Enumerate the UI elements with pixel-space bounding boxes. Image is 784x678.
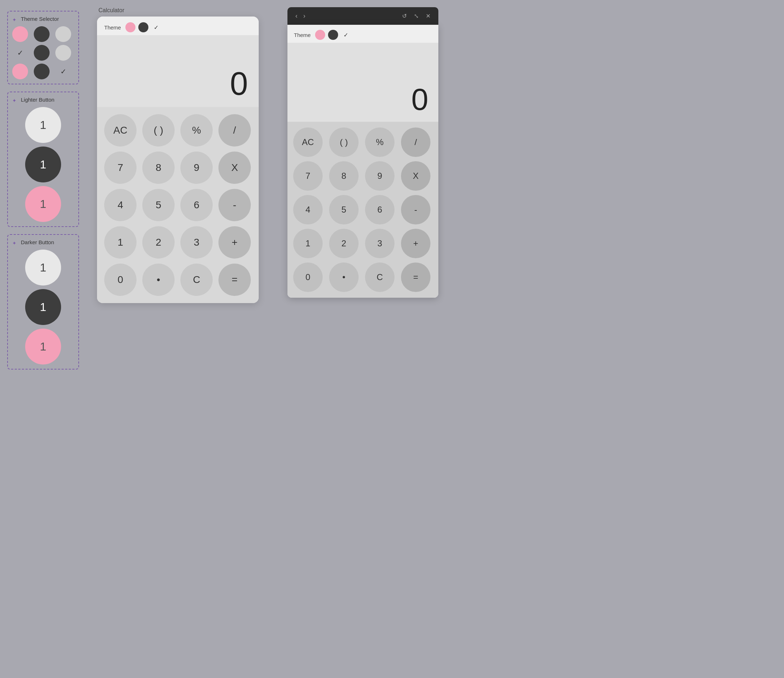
calc-btn-0[interactable]: 0 — [104, 264, 137, 296]
darker-sample-light[interactable]: 1 — [25, 250, 61, 286]
window-expand-button[interactable]: ⤡ — [412, 12, 421, 20]
calc-buttons-area: AC ( ) % / 7 8 9 X 4 5 6 - 1 2 3 + 0 • C… — [97, 107, 259, 303]
calc-btn-percent[interactable]: % — [180, 114, 213, 146]
theme-circle-dark-1[interactable] — [34, 26, 50, 42]
window-close-button[interactable]: ✕ — [424, 12, 433, 20]
calc-btn-multiply[interactable]: X — [218, 152, 251, 184]
calc-theme-dark[interactable] — [138, 22, 148, 32]
calc-theme-pink[interactable] — [125, 22, 136, 32]
right-calc-theme-label: Theme — [294, 32, 311, 38]
right-calc-btn-equals[interactable]: = — [401, 263, 430, 292]
calc-btn-5[interactable]: 5 — [142, 189, 175, 221]
right-calc-btn-percent[interactable]: % — [365, 128, 394, 157]
theme-circle-pink-1[interactable] — [12, 26, 28, 42]
lighter-sample-dark[interactable]: 1 — [25, 146, 61, 182]
lighter-button-label: Lighter Button — [21, 96, 54, 103]
sparkle-icon-darker — [12, 240, 17, 245]
theme-circle-check-2[interactable]: ✓ — [55, 64, 71, 79]
calc-btn-6[interactable]: 6 — [180, 189, 213, 221]
lighter-sample-light[interactable]: 1 — [25, 107, 61, 143]
right-calc-btn-parens[interactable]: ( ) — [329, 128, 358, 157]
calc-btn-3[interactable]: 3 — [180, 226, 213, 258]
right-calc-btn-clear[interactable]: C — [365, 263, 394, 292]
darker-sample-pink[interactable]: 1 — [25, 328, 61, 364]
theme-selector-section: Theme Selector ✓ ✓ — [7, 11, 79, 84]
calc-btn-equals[interactable]: = — [218, 264, 251, 296]
right-calc-btn-9[interactable]: 9 — [365, 161, 394, 191]
right-calc-btn-0[interactable]: 0 — [293, 263, 323, 292]
right-calc-display-value: 0 — [411, 84, 428, 115]
right-calc-theme-dark[interactable] — [328, 30, 338, 40]
lighter-button-title: Lighter Button — [12, 96, 74, 103]
calculator-window-label: Calculator — [97, 7, 259, 14]
calc-btn-8[interactable]: 8 — [142, 152, 175, 184]
right-calc-btn-6[interactable]: 6 — [365, 195, 394, 224]
theme-circle-check-1[interactable]: ✓ — [12, 45, 28, 61]
lighter-button-samples: 1 1 1 — [12, 107, 74, 222]
calc-theme-check[interactable]: ✓ — [151, 22, 161, 32]
calc-btn-1[interactable]: 1 — [104, 226, 137, 258]
theme-circle-light-2[interactable] — [55, 45, 71, 61]
calc-display: 0 — [97, 35, 259, 107]
theme-circle-light-1[interactable] — [55, 26, 71, 42]
right-calc-theme-check[interactable]: ✓ — [341, 30, 351, 40]
left-panel: Theme Selector ✓ ✓ Lighter Button 1 1 1 — [7, 7, 79, 370]
check-icon-2: ✓ — [60, 67, 67, 76]
right-calc-btn-ac[interactable]: AC — [293, 128, 323, 157]
theme-circle-dark-2[interactable] — [34, 45, 50, 61]
right-calc-btn-5[interactable]: 5 — [329, 195, 358, 224]
right-calc-btn-4[interactable]: 4 — [293, 195, 323, 224]
right-calc-theme-pink[interactable] — [315, 30, 325, 40]
calc-btn-4[interactable]: 4 — [104, 189, 137, 221]
right-calc-btn-8[interactable]: 8 — [329, 161, 358, 191]
theme-grid: ✓ ✓ — [12, 26, 74, 79]
right-calc-theme-row: Theme ✓ — [287, 25, 438, 43]
darker-button-label: Darker Button — [21, 239, 54, 245]
calc-btn-parens[interactable]: ( ) — [142, 114, 175, 146]
sparkle-icon — [12, 17, 17, 22]
calculator: Theme ✓ 0 AC ( ) % / 7 8 9 X 4 5 6 - 1 2… — [97, 17, 259, 303]
calc-btn-clear[interactable]: C — [180, 264, 213, 296]
calculator-container: Calculator Theme ✓ 0 AC ( ) % / 7 8 9 X … — [97, 7, 259, 303]
darker-sample-dark[interactable]: 1 — [25, 289, 61, 325]
right-window: ‹ › ↺ ⤡ ✕ Theme ✓ 0 AC ( ) % / 7 8 9 X 4 — [287, 7, 438, 298]
calc-display-value: 0 — [230, 67, 248, 100]
right-calc-btn-3[interactable]: 3 — [365, 229, 394, 258]
window-chrome: ‹ › ↺ ⤡ ✕ — [287, 7, 438, 25]
nav-back-button[interactable]: ‹ — [293, 11, 300, 20]
lighter-sample-pink[interactable]: 1 — [25, 186, 61, 222]
check-icon-1: ✓ — [17, 48, 23, 57]
calc-theme-row: Theme ✓ — [97, 17, 259, 35]
calc-btn-divide[interactable]: / — [218, 114, 251, 146]
theme-circle-dark-3[interactable] — [34, 64, 50, 79]
right-calc-btn-add[interactable]: + — [401, 229, 430, 258]
darker-button-samples: 1 1 1 — [12, 250, 74, 364]
theme-selector-title: Theme Selector — [12, 16, 74, 22]
calc-btn-subtract[interactable]: - — [218, 189, 251, 221]
right-calc-btn-7[interactable]: 7 — [293, 161, 323, 191]
window-undo-button[interactable]: ↺ — [400, 12, 409, 20]
right-calc-buttons-area: AC ( ) % / 7 8 9 X 4 5 6 - 1 2 3 + 0 • C… — [287, 122, 438, 298]
darker-button-section: Darker Button 1 1 1 — [7, 234, 79, 370]
lighter-button-section: Lighter Button 1 1 1 — [7, 92, 79, 227]
right-calc-btn-2[interactable]: 2 — [329, 229, 358, 258]
calc-theme-label: Theme — [104, 25, 121, 31]
calc-btn-add[interactable]: + — [218, 226, 251, 258]
right-calc-btn-dot[interactable]: • — [329, 263, 358, 292]
darker-button-title: Darker Button — [12, 239, 74, 245]
calc-btn-2[interactable]: 2 — [142, 226, 175, 258]
theme-circle-pink-2[interactable] — [12, 64, 28, 79]
right-calc-btn-1[interactable]: 1 — [293, 229, 323, 258]
right-calc-btn-subtract[interactable]: - — [401, 195, 430, 224]
right-calc-btn-multiply[interactable]: X — [401, 161, 430, 191]
window-nav-btns: ‹ › — [293, 11, 307, 20]
window-actions: ↺ ⤡ ✕ — [400, 12, 433, 20]
calc-btn-dot[interactable]: • — [142, 264, 175, 296]
right-calculator: Theme ✓ 0 AC ( ) % / 7 8 9 X 4 5 6 - 1 2… — [287, 25, 438, 298]
nav-forward-button[interactable]: › — [301, 11, 307, 20]
right-calc-btn-divide[interactable]: / — [401, 128, 430, 157]
calc-btn-ac[interactable]: AC — [104, 114, 137, 146]
right-calc-display: 0 — [287, 43, 438, 122]
calc-btn-7[interactable]: 7 — [104, 152, 137, 184]
calc-btn-9[interactable]: 9 — [180, 152, 213, 184]
